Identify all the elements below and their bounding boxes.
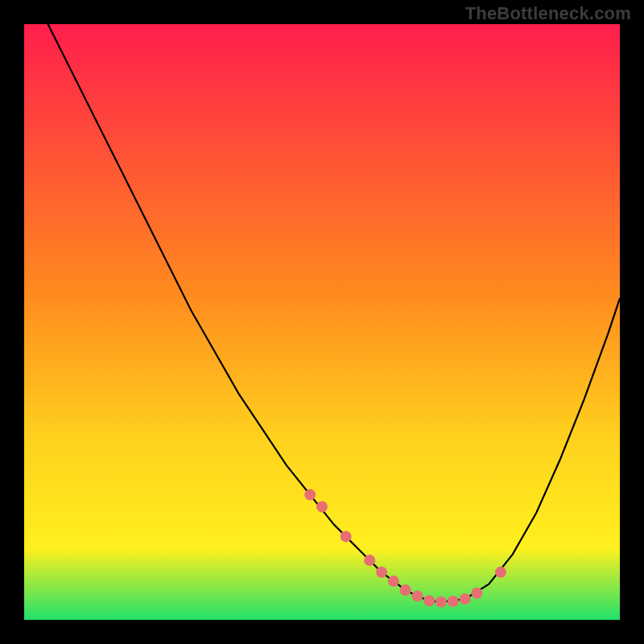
chart-frame: TheBottleneck.com bbox=[0, 0, 644, 644]
marker-dot bbox=[316, 501, 328, 512]
marker-dot bbox=[460, 593, 471, 605]
watermark-label: TheBottleneck.com bbox=[465, 3, 631, 24]
marker-dot bbox=[364, 555, 375, 566]
marker-dot bbox=[400, 584, 411, 596]
marker-dot bbox=[495, 567, 506, 578]
marker-dot bbox=[423, 595, 435, 606]
marker-dot bbox=[341, 530, 352, 542]
marker-dot bbox=[376, 567, 387, 578]
chart-svg bbox=[24, 24, 620, 620]
marker-dot bbox=[471, 588, 482, 599]
marker-dot bbox=[436, 597, 447, 608]
marker-dot bbox=[388, 576, 399, 587]
marker-dot bbox=[304, 489, 316, 501]
marker-dot bbox=[411, 590, 423, 601]
marker-dot bbox=[448, 596, 459, 607]
gradient-fill bbox=[24, 24, 620, 620]
plot-area bbox=[24, 24, 620, 620]
